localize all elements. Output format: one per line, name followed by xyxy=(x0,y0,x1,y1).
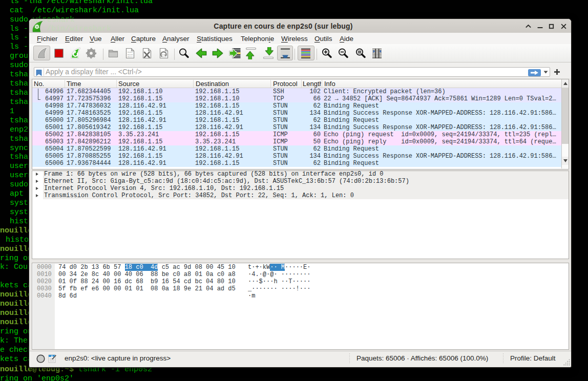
svg-text:0101: 0101 xyxy=(128,51,133,53)
svg-text:0111: 0111 xyxy=(128,56,133,58)
svg-text:0110: 0110 xyxy=(128,54,133,56)
